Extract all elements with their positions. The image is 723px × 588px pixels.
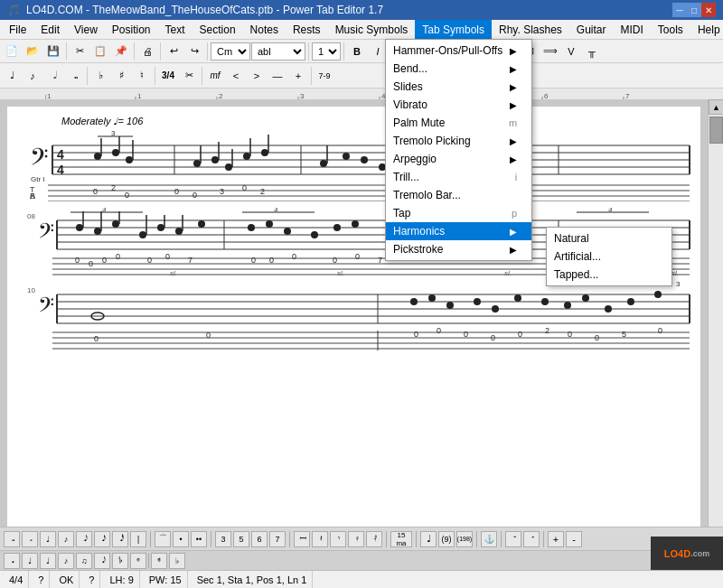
menu-arpeggio[interactable]: Arpeggio ▶ — [386, 150, 531, 168]
bt2-4[interactable]: ♪ — [58, 553, 74, 569]
tb2-plus[interactable]: + — [288, 66, 308, 86]
harmonics-submenu[interactable]: Natural Artificial... Tapped... — [546, 227, 672, 286]
bt-tri[interactable]: 3 — [215, 531, 231, 547]
bt2-1[interactable]: 𝅘 — [4, 553, 20, 569]
menu-section[interactable]: Section — [192, 20, 243, 40]
tb2-7[interactable]: ♮ — [132, 66, 152, 86]
maximize-button[interactable]: □ — [687, 3, 701, 17]
bt-minus[interactable]: - — [566, 531, 582, 547]
tab2-button[interactable]: V — [561, 42, 581, 61]
scroll-thumb[interactable] — [709, 117, 723, 144]
menu-music-symbols[interactable]: Music Symbols — [328, 20, 416, 40]
tb2-4[interactable]: 𝅝 — [64, 66, 84, 86]
vertical-scrollbar[interactable]: ▲ ▼ — [708, 99, 723, 555]
tb2-lt[interactable]: < — [226, 66, 246, 86]
bt2-9[interactable]: 𝄵 — [151, 553, 167, 569]
bt2-5[interactable]: ♫ — [76, 553, 92, 569]
bt-rest8[interactable]: 𝄼 — [523, 531, 540, 547]
bt2-7[interactable]: 𝄳 — [112, 553, 128, 569]
new-button[interactable]: 📄 — [2, 42, 22, 61]
bt-2[interactable]: 𝅗 — [22, 531, 38, 547]
menu-hammer-ons[interactable]: Hammer-Ons/Pull-Offs ▶ — [386, 42, 531, 60]
bt-15[interactable]: 15ma — [390, 531, 412, 547]
bt-5let[interactable]: 5 — [233, 531, 249, 547]
menu-tapped-harmonic[interactable]: Tapped... — [547, 266, 671, 284]
menu-midi[interactable]: MIDI — [614, 20, 651, 40]
open-button[interactable]: 📂 — [23, 42, 42, 61]
menu-edit[interactable]: Edit — [33, 20, 67, 40]
bt-r3[interactable]: 𝄾 — [330, 531, 346, 547]
paste-button[interactable]: 📌 — [111, 42, 131, 61]
font-select[interactable]: abl — [251, 42, 305, 61]
tb2-1[interactable]: ♩ — [2, 66, 22, 86]
undo-button[interactable]: ↩ — [164, 42, 183, 61]
bt-7[interactable]: 𝅘𝅥𝅰 — [112, 531, 128, 547]
menu-trill[interactable]: Trill... i — [386, 168, 531, 186]
bt-6[interactable]: 𝅘𝅥𝅯 — [94, 531, 110, 547]
menu-harmonics[interactable]: Harmonics ▶ — [386, 222, 531, 240]
close-button[interactable]: ✕ — [701, 3, 716, 17]
bt-4[interactable]: ♪ — [58, 531, 74, 547]
bt-tie[interactable]: ⌒ — [155, 531, 171, 547]
font-size-select[interactable]: 10 — [312, 42, 341, 61]
menu-guitar[interactable]: Guitar — [569, 20, 614, 40]
menu-rhy-slashes[interactable]: Rhy. Slashes — [492, 20, 569, 40]
bt-8[interactable]: | — [130, 531, 146, 547]
menu-tremolo-bar[interactable]: Tremolo Bar... — [386, 186, 531, 204]
copy-button[interactable]: 📋 — [90, 42, 110, 61]
tb2-dash[interactable]: — — [268, 66, 287, 86]
bt-5[interactable]: 𝅘𝅥𝅮 — [76, 531, 92, 547]
menu-pickstroke[interactable]: Pickstroke ▶ — [386, 240, 531, 258]
tb2-6[interactable]: ♯ — [111, 66, 131, 86]
tb2-5[interactable]: ♭ — [90, 66, 110, 86]
menu-tab-symbols[interactable]: Tab Symbols — [415, 20, 492, 40]
menu-text[interactable]: Text — [158, 20, 192, 40]
bt-r4[interactable]: 𝄿 — [348, 531, 364, 547]
menu-bend[interactable]: Bend... ▶ — [386, 60, 531, 78]
menu-tremolo-picking[interactable]: Tremolo Picking ▶ — [386, 132, 531, 150]
tb2-num[interactable]: 7-9 — [315, 66, 334, 86]
menu-tools[interactable]: Tools — [651, 20, 690, 40]
bold-button[interactable]: B — [347, 42, 367, 61]
minimize-button[interactable]: ─ — [672, 3, 687, 17]
tab3-button[interactable]: ╥ — [582, 42, 602, 61]
bt-7let[interactable]: 7 — [269, 531, 286, 547]
bt-r1[interactable]: 𝄩 — [294, 531, 310, 547]
bt2-8[interactable]: 𝄴 — [130, 553, 146, 569]
tb2-timesig[interactable]: 3/4 — [158, 66, 178, 86]
bt-r5[interactable]: 𝅀 — [366, 531, 382, 547]
redo-button[interactable]: ↪ — [184, 42, 204, 61]
menu-help[interactable]: Help — [690, 20, 723, 40]
bt-sharp[interactable]: ♩ — [420, 531, 437, 547]
scroll-up-button[interactable]: ▲ — [709, 99, 723, 115]
bt-paren198[interactable]: (198) — [456, 531, 473, 547]
menu-palm-mute[interactable]: Palm Mute m — [386, 114, 531, 132]
menu-notes[interactable]: Notes — [243, 20, 286, 40]
tab-button[interactable]: ⟹ — [540, 42, 560, 61]
bt-rest7[interactable]: 𝄻 — [505, 531, 521, 547]
menu-position[interactable]: Position — [105, 20, 158, 40]
bt-paren9[interactable]: (9) — [438, 531, 455, 547]
menu-slides[interactable]: Slides ▶ — [386, 78, 531, 96]
bt2-6[interactable]: 𝅘𝅥𝅮 — [94, 553, 110, 569]
bt-dot[interactable]: • — [173, 531, 189, 547]
key-select[interactable]: Cm — [211, 42, 250, 61]
bt2-2[interactable]: ♩ — [22, 553, 38, 569]
menu-tap[interactable]: Tap p — [386, 204, 531, 222]
bt-1[interactable]: 𝅝 — [4, 531, 20, 547]
menu-natural-harmonic[interactable]: Natural — [547, 229, 671, 247]
bt-dot2[interactable]: •• — [191, 531, 207, 547]
menu-file[interactable]: File — [2, 20, 33, 40]
menu-rests[interactable]: Rests — [286, 20, 328, 40]
tab-symbols-menu[interactable]: Hammer-Ons/Pull-Offs ▶ Bend... ▶ Slides … — [385, 39, 532, 261]
bt2-10[interactable]: ♭ — [169, 553, 185, 569]
menu-view[interactable]: View — [67, 20, 105, 40]
bt-plus[interactable]: + — [548, 531, 564, 547]
tb2-scissors[interactable]: ✂ — [179, 66, 199, 86]
tb2-gt[interactable]: > — [247, 66, 267, 86]
tb2-2[interactable]: ♪ — [23, 66, 42, 86]
bt-r2[interactable]: 𝄽 — [312, 531, 328, 547]
save-button[interactable]: 💾 — [43, 42, 63, 61]
menu-vibrato[interactable]: Vibrato ▶ — [386, 96, 531, 114]
print-button[interactable]: 🖨 — [137, 42, 157, 61]
